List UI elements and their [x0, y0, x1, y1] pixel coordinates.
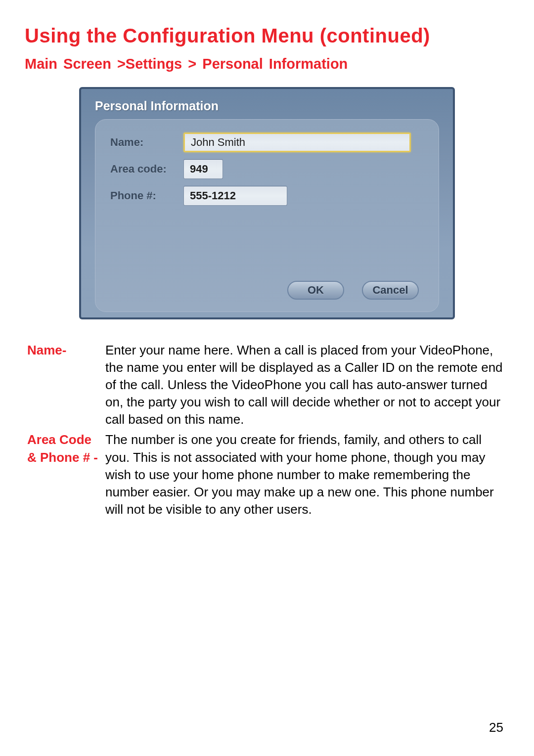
- ok-button[interactable]: OK: [287, 281, 344, 300]
- phone-label: Phone #:: [110, 189, 183, 202]
- phone-row: Phone #:: [110, 186, 424, 206]
- area-code-label: Area code:: [110, 163, 183, 176]
- area-label-line1: Area Code: [27, 432, 91, 447]
- area-description-row: Area Code & Phone # - The number is one …: [27, 431, 507, 518]
- name-label: Name:: [110, 136, 183, 149]
- personal-info-dialog: Personal Information Name: Area code: Ph…: [79, 87, 455, 319]
- dialog-screenshot: Personal Information Name: Area code: Ph…: [79, 87, 455, 319]
- page-title: Using the Configuration Menu (continued): [25, 25, 509, 47]
- area-label-line2: & Phone # -: [27, 450, 98, 465]
- area-code-input[interactable]: [183, 159, 223, 179]
- page-number: 25: [489, 720, 503, 735]
- dialog-button-row: OK Cancel: [287, 281, 419, 300]
- phone-input[interactable]: [183, 186, 287, 206]
- area-description-text: The number is one you create for friends…: [105, 431, 507, 518]
- cancel-button[interactable]: Cancel: [362, 281, 419, 300]
- name-description-text: Enter your name here. When a call is pla…: [105, 342, 507, 428]
- dialog-body: Name: Area code: Phone #: OK Cancel: [95, 119, 439, 312]
- name-description-label: Name-: [27, 342, 105, 359]
- breadcrumb: Main Screen >Settings > Personal Informa…: [25, 56, 509, 72]
- descriptions: Name- Enter your name here. When a call …: [25, 342, 509, 518]
- area-description-label: Area Code & Phone # -: [27, 431, 105, 466]
- area-row: Area code:: [110, 159, 424, 179]
- dialog-title: Personal Information: [95, 99, 439, 113]
- name-input[interactable]: [183, 133, 411, 152]
- name-row: Name:: [110, 133, 424, 152]
- name-description-row: Name- Enter your name here. When a call …: [27, 342, 507, 428]
